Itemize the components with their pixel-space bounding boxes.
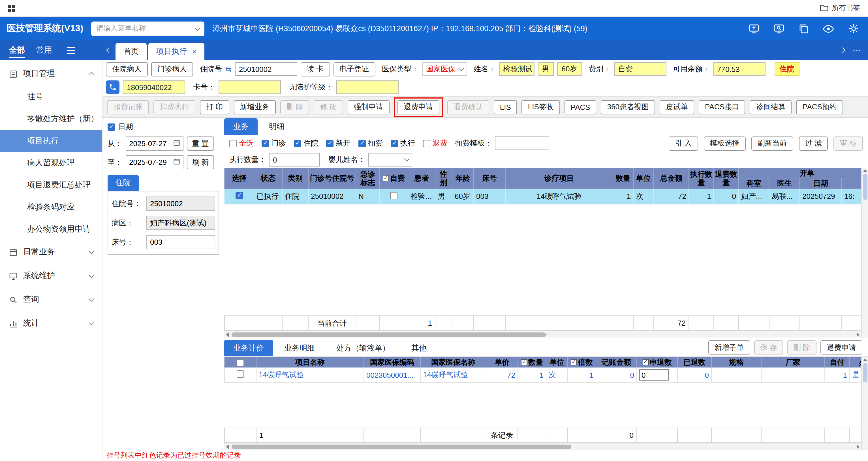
scroll-right-arrow[interactable] xyxy=(857,332,860,337)
tab-prescription[interactable]: 处方（输液单） xyxy=(326,340,400,356)
tab-project-execution[interactable]: 项目执行 × xyxy=(148,43,205,60)
add-sub-order-button[interactable]: 新增子单 xyxy=(708,340,750,355)
tab-business[interactable]: 业务 xyxy=(224,118,258,135)
add-business-button[interactable]: 新增业务 xyxy=(234,100,275,114)
charge-checkbox[interactable] xyxy=(359,140,366,147)
filter-button[interactable]: 过 滤 xyxy=(799,136,828,150)
header-select-all-checkbox[interactable] xyxy=(237,359,244,366)
inpatient-tab[interactable]: 住院 xyxy=(107,175,139,191)
inpatient-button[interactable]: 住院病人 xyxy=(106,62,148,76)
scroll-up-arrow[interactable] xyxy=(863,169,867,172)
scroll-right-arrow[interactable] xyxy=(857,444,860,449)
hscroll-thumb[interactable] xyxy=(231,444,571,449)
charge-template-input[interactable] xyxy=(495,136,549,150)
new-checkbox-group[interactable]: 新开 xyxy=(326,138,350,148)
monitor-search-icon[interactable] xyxy=(773,23,784,34)
vscroll-thumb[interactable] xyxy=(863,363,867,382)
sidebar-section-system-maintenance[interactable]: 系统维护 xyxy=(0,264,102,288)
tab-pricing[interactable]: 业务计价 xyxy=(224,340,273,356)
select-all-checkbox[interactable] xyxy=(229,140,237,147)
inpatient-checkbox-group[interactable]: 住院 xyxy=(294,138,318,148)
charge-execute-button[interactable]: 扣费执行 xyxy=(153,100,195,114)
scroll-up-arrow[interactable] xyxy=(863,359,867,361)
screen-share-icon[interactable] xyxy=(748,23,759,34)
tab-scroll-left-icon[interactable] xyxy=(106,47,112,53)
business-vscrollbar[interactable] xyxy=(861,167,868,338)
baby-name-select[interactable] xyxy=(368,153,412,166)
menu-burger-icon[interactable] xyxy=(67,47,75,54)
refund-apply-button[interactable]: 退费申请 xyxy=(398,100,439,114)
date-from-input[interactable]: 2025-07-27 xyxy=(126,136,183,151)
hscroll-thumb[interactable] xyxy=(231,332,546,337)
refund-apply-qty-input[interactable] xyxy=(639,370,669,381)
pricing-hscrollbar[interactable] xyxy=(224,443,861,450)
save-button[interactable]: 保 存 xyxy=(754,340,783,355)
bookmarks-button[interactable]: 所有书签 xyxy=(820,3,860,13)
pacs-interface-button[interactable]: PACS接口 xyxy=(699,100,745,114)
pricing-vscrollbar[interactable] xyxy=(861,357,868,450)
tab-home[interactable]: 首页 xyxy=(116,43,147,60)
inpatient-checkbox[interactable] xyxy=(294,140,301,147)
row-select-checkbox[interactable] xyxy=(236,192,243,199)
new-checkbox[interactable] xyxy=(326,140,334,147)
sidebar-item-scattered-prescription[interactable]: 零散处方维护（新） xyxy=(0,107,102,130)
sidebar-item-registration[interactable]: 挂号 xyxy=(0,86,102,107)
refund-confirm-button[interactable]: 退费确认 xyxy=(447,100,489,114)
import-button[interactable]: 引 入 xyxy=(669,136,698,150)
skin-test-button[interactable]: 皮试单 xyxy=(660,100,694,114)
fp-bed-field[interactable]: 003 xyxy=(146,235,215,249)
sidebar-section-statistics[interactable]: 统计 xyxy=(0,311,102,335)
exec-count-input[interactable] xyxy=(269,153,320,166)
close-tab-icon[interactable]: × xyxy=(192,47,196,56)
patient-360-view-button[interactable]: 360患者视图 xyxy=(601,100,655,114)
force-apply-button[interactable]: 强制申请 xyxy=(348,100,390,114)
delete-button[interactable]: 删 除 xyxy=(280,100,309,114)
outpatient-button[interactable]: 门诊病人 xyxy=(151,62,193,76)
pacs-button[interactable]: PACS xyxy=(564,100,596,114)
audit-button[interactable]: 审 核 xyxy=(834,136,863,150)
sidebar-section-project-management[interactable]: 项目管理 xyxy=(0,62,102,86)
sidebar-item-office-supplies[interactable]: 办公物资领用申请 xyxy=(0,218,102,240)
nav-filter-all[interactable]: 全部 xyxy=(9,42,25,59)
outpatient-checkbox[interactable] xyxy=(261,140,269,147)
card-no-field[interactable] xyxy=(219,81,281,94)
date-checkbox[interactable] xyxy=(107,123,115,130)
menu-search-input[interactable]: 请输入菜单名称 xyxy=(91,21,205,36)
escort-level-field[interactable] xyxy=(336,81,399,94)
date-to-input[interactable]: 2025-07-29 xyxy=(126,155,183,169)
sidebar-section-query[interactable]: 查询 xyxy=(0,288,102,311)
refresh-current-button[interactable]: 刷新当前 xyxy=(751,136,793,150)
sidebar-section-daily-business[interactable]: 日常业务 xyxy=(0,240,102,264)
row-self-pay-checkbox[interactable] xyxy=(390,192,398,199)
pricing-row-checkbox[interactable] xyxy=(237,371,244,378)
refund-apply-sub-button[interactable]: 退费申请 xyxy=(820,340,862,355)
cell-insurance-name[interactable]: 14碳呼气试验 xyxy=(421,368,486,383)
clinic-settlement-button[interactable]: 诊间结算 xyxy=(750,100,792,114)
tab-pricing-detail[interactable]: 业务明细 xyxy=(274,340,325,356)
business-row[interactable]: 已执行 住院 25010002 N 检验... 男 60岁 003 xyxy=(224,189,861,204)
scroll-left-arrow[interactable] xyxy=(226,444,229,449)
business-hscrollbar[interactable]: ⋯ xyxy=(224,331,861,338)
insurance-type-select[interactable]: 国家医保 xyxy=(422,62,467,76)
pricing-row[interactable]: 14碳呼气试验 0023050001... 14碳呼气试验 72 1 次 1 0 xyxy=(224,368,861,383)
more-tabs-icon[interactable]: ⋯ xyxy=(853,45,861,55)
sidebar-item-project-execution[interactable]: 项目执行 xyxy=(0,130,102,152)
swap-number-type-icon[interactable]: ⇆ xyxy=(225,65,231,73)
sidebar-item-patient-observation[interactable]: 病人留观处理 xyxy=(0,152,102,174)
vscroll-thumb[interactable] xyxy=(863,174,867,200)
execute-checkbox-group[interactable]: 执行 xyxy=(391,138,415,148)
scroll-left-arrow[interactable] xyxy=(226,332,229,337)
outpatient-checkbox-group[interactable]: 门诊 xyxy=(261,138,286,148)
modify-button[interactable]: 修 改 xyxy=(314,100,343,114)
select-all-checkbox-group[interactable]: 全选 xyxy=(229,138,254,148)
copy-files-icon[interactable] xyxy=(798,23,809,34)
e-certificate-button[interactable]: 电子凭证 xyxy=(333,62,375,76)
tab-other[interactable]: 其他 xyxy=(401,340,437,356)
read-card-button[interactable]: 读 卡 xyxy=(301,62,330,76)
nav-filter-common[interactable]: 常用 xyxy=(36,42,52,59)
charge-checkbox-group[interactable]: 扣费 xyxy=(359,138,383,148)
refresh-button[interactable]: 刷 新 xyxy=(187,155,214,169)
tab-business-detail[interactable]: 明细 xyxy=(259,118,294,135)
print-button[interactable]: 打 印 xyxy=(200,100,229,114)
cell-insurance-code[interactable]: 0023050001... xyxy=(364,368,421,383)
